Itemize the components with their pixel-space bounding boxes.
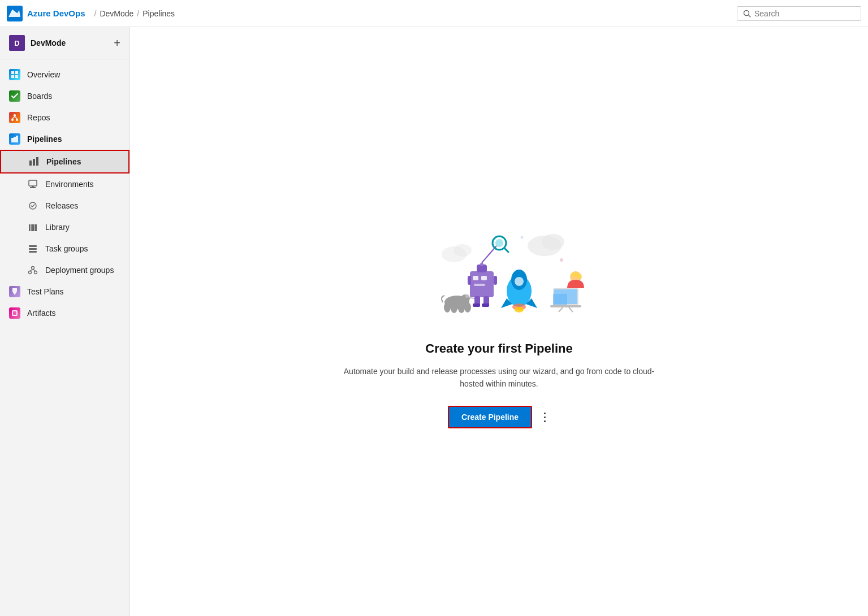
svg-rect-19 [30, 187, 36, 188]
svg-rect-28 [29, 251, 37, 253]
svg-point-72 [515, 307, 524, 313]
sidebar-item-releases[interactable]: Releases [0, 195, 129, 216]
search-box[interactable] [737, 6, 861, 21]
svg-rect-77 [553, 294, 567, 305]
create-pipeline-button[interactable]: Create Pipeline [448, 406, 532, 428]
svg-rect-67 [482, 303, 489, 307]
artifacts-icon [9, 307, 20, 319]
add-project-button[interactable]: + [114, 37, 120, 49]
test-plans-icon [9, 286, 20, 297]
svg-line-79 [569, 307, 573, 312]
breadcrumb-sep1: / [94, 9, 97, 18]
svg-rect-6 [15, 75, 18, 78]
sidebar-item-library[interactable]: Library [0, 216, 129, 238]
sidebar-item-artifacts[interactable]: Artifacts [0, 302, 129, 324]
sidebar-nav: Overview Boards Repos P [0, 59, 129, 328]
empty-state: Create your first Pipeline Automate your… [330, 192, 669, 452]
svg-rect-57 [494, 276, 497, 285]
svg-rect-20 [32, 186, 34, 187]
empty-state-description: Automate your build and release processe… [341, 365, 658, 391]
svg-rect-55 [474, 284, 485, 286]
project-avatar: D [9, 35, 25, 51]
empty-state-title: Create your first Pipeline [425, 341, 572, 356]
sidebar-project-header: D DevMode + [0, 27, 129, 59]
svg-rect-54 [481, 276, 487, 280]
boards-icon [9, 90, 20, 102]
sidebar-item-releases-label: Releases [45, 201, 78, 210]
main-content: Create your first Pipeline Automate your… [130, 27, 868, 616]
svg-line-78 [559, 307, 563, 312]
svg-point-30 [29, 271, 32, 274]
sidebar-item-pipelines-header-label: Pipelines [27, 135, 62, 144]
svg-line-33 [33, 270, 36, 271]
svg-rect-25 [34, 224, 37, 231]
svg-rect-5 [11, 75, 14, 78]
svg-rect-53 [473, 276, 478, 280]
breadcrumb-pipelines[interactable]: Pipelines [142, 9, 175, 18]
svg-rect-15 [29, 160, 32, 166]
svg-point-7 [14, 114, 16, 116]
svg-point-62 [495, 239, 503, 247]
svg-rect-24 [32, 224, 34, 231]
svg-rect-22 [29, 224, 30, 231]
app-name: Azure DevOps [27, 8, 85, 18]
sidebar-item-boards-label: Boards [27, 92, 52, 101]
sidebar-item-boards[interactable]: Boards [0, 85, 129, 107]
sidebar-item-repos[interactable]: Repos [0, 107, 129, 128]
svg-point-50 [458, 303, 465, 313]
svg-line-63 [504, 248, 508, 252]
svg-rect-4 [15, 71, 18, 74]
more-options-button[interactable]: ⋮ [539, 410, 550, 424]
sidebar-item-environments[interactable]: Environments [0, 173, 129, 195]
svg-rect-12 [11, 138, 14, 142]
sidebar-item-library-label: Library [45, 223, 70, 232]
project-name: DevMode [31, 38, 66, 47]
svg-rect-66 [473, 303, 480, 307]
deployment-groups-icon [27, 264, 38, 276]
svg-point-44 [465, 294, 469, 298]
pipelines-parent-icon [9, 133, 20, 145]
sidebar-item-artifacts-label: Artifacts [27, 309, 56, 318]
app-logo[interactable]: Azure DevOps [7, 6, 85, 21]
svg-line-2 [749, 15, 751, 17]
empty-state-actions: Create Pipeline ⋮ [448, 406, 550, 428]
svg-line-32 [30, 270, 33, 271]
svg-rect-27 [29, 248, 37, 250]
sidebar-item-environments-label: Environments [45, 180, 94, 189]
sidebar-item-overview[interactable]: Overview [0, 64, 129, 85]
sidebar-item-repos-label: Repos [27, 113, 50, 122]
library-icon [27, 222, 38, 233]
breadcrumb-devmode[interactable]: DevMode [100, 9, 133, 18]
svg-point-29 [32, 267, 34, 270]
svg-point-70 [515, 277, 524, 286]
releases-icon [27, 200, 38, 211]
sidebar-item-pipelines[interactable]: Pipelines [0, 150, 129, 173]
sidebar: D DevMode + Overview Boards [0, 27, 130, 616]
search-input[interactable] [754, 9, 855, 18]
pipeline-illustration [409, 215, 590, 328]
breadcrumb: / DevMode / Pipelines [94, 9, 175, 18]
sidebar-item-overview-label: Overview [27, 70, 60, 79]
sidebar-item-deployment-groups[interactable]: Deployment groups [0, 259, 129, 281]
main-layout: D DevMode + Overview Boards [0, 27, 868, 616]
task-groups-icon [27, 243, 38, 254]
sidebar-item-pipelines-header[interactable]: Pipelines [0, 128, 129, 150]
svg-point-51 [464, 302, 471, 313]
sidebar-item-test-plans-label: Test Plans [27, 287, 64, 296]
sidebar-item-test-plans[interactable]: Test Plans [0, 281, 129, 302]
sidebar-item-deployment-groups-label: Deployment groups [45, 266, 114, 275]
svg-rect-56 [468, 276, 471, 285]
svg-rect-23 [31, 224, 32, 231]
svg-rect-35 [13, 311, 16, 315]
sidebar-item-task-groups[interactable]: Task groups [0, 238, 129, 259]
svg-rect-3 [11, 71, 14, 74]
svg-point-9 [16, 119, 18, 121]
svg-point-31 [34, 271, 37, 274]
svg-point-48 [444, 302, 451, 313]
svg-rect-16 [33, 159, 35, 166]
svg-rect-17 [36, 157, 38, 166]
pipelines-sub-icon [28, 156, 40, 167]
svg-point-40 [560, 258, 563, 262]
svg-line-11 [15, 116, 17, 119]
svg-rect-14 [16, 136, 18, 142]
